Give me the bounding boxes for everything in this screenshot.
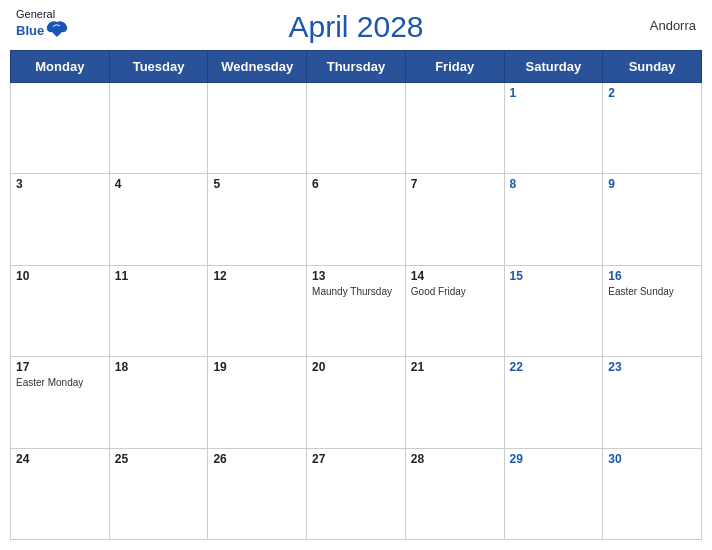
calendar-cell: 11 bbox=[109, 265, 208, 356]
calendar-cell: 26 bbox=[208, 448, 307, 539]
day-number: 12 bbox=[213, 269, 301, 283]
calendar-cell: 29 bbox=[504, 448, 603, 539]
calendar-cell: 15 bbox=[504, 265, 603, 356]
day-number: 6 bbox=[312, 177, 400, 191]
calendar-cell: 1 bbox=[504, 83, 603, 174]
day-number: 20 bbox=[312, 360, 400, 374]
week-row-5: 24252627282930 bbox=[11, 448, 702, 539]
calendar-cell: 20 bbox=[307, 357, 406, 448]
header-tuesday: Tuesday bbox=[109, 51, 208, 83]
day-number: 8 bbox=[510, 177, 598, 191]
day-number: 28 bbox=[411, 452, 499, 466]
day-number: 24 bbox=[16, 452, 104, 466]
day-number: 1 bbox=[510, 86, 598, 100]
week-row-4: 17Easter Monday181920212223 bbox=[11, 357, 702, 448]
day-number: 14 bbox=[411, 269, 499, 283]
header-saturday: Saturday bbox=[504, 51, 603, 83]
day-number: 25 bbox=[115, 452, 203, 466]
holiday-label: Maundy Thursday bbox=[312, 285, 400, 298]
calendar-cell: 13Maundy Thursday bbox=[307, 265, 406, 356]
holiday-label: Easter Sunday bbox=[608, 285, 696, 298]
day-number: 26 bbox=[213, 452, 301, 466]
page: General Blue April 2028 Andorra Monday bbox=[0, 0, 712, 550]
day-number: 11 bbox=[115, 269, 203, 283]
week-row-2: 3456789 bbox=[11, 174, 702, 265]
header-friday: Friday bbox=[405, 51, 504, 83]
week-row-1: 12 bbox=[11, 83, 702, 174]
calendar-cell: 14Good Friday bbox=[405, 265, 504, 356]
day-number: 7 bbox=[411, 177, 499, 191]
calendar-cell: 21 bbox=[405, 357, 504, 448]
calendar-cell bbox=[11, 83, 110, 174]
holiday-label: Good Friday bbox=[411, 285, 499, 298]
calendar-cell: 18 bbox=[109, 357, 208, 448]
logo-general: General bbox=[16, 8, 68, 20]
logo: General Blue bbox=[16, 8, 68, 38]
day-number: 27 bbox=[312, 452, 400, 466]
day-number: 5 bbox=[213, 177, 301, 191]
calendar-container: Monday Tuesday Wednesday Thursday Friday… bbox=[10, 50, 702, 540]
day-number: 21 bbox=[411, 360, 499, 374]
day-number: 16 bbox=[608, 269, 696, 283]
calendar-cell: 4 bbox=[109, 174, 208, 265]
header-sunday: Sunday bbox=[603, 51, 702, 83]
calendar-cell: 8 bbox=[504, 174, 603, 265]
header-thursday: Thursday bbox=[307, 51, 406, 83]
calendar-cell: 2 bbox=[603, 83, 702, 174]
day-number: 17 bbox=[16, 360, 104, 374]
calendar-cell: 24 bbox=[11, 448, 110, 539]
calendar-cell: 6 bbox=[307, 174, 406, 265]
day-number: 4 bbox=[115, 177, 203, 191]
calendar-cell bbox=[109, 83, 208, 174]
day-number: 30 bbox=[608, 452, 696, 466]
calendar-cell bbox=[307, 83, 406, 174]
calendar-cell: 7 bbox=[405, 174, 504, 265]
logo-blue: Blue bbox=[16, 23, 44, 38]
calendar-title: April 2028 bbox=[288, 10, 423, 44]
calendar-cell: 16Easter Sunday bbox=[603, 265, 702, 356]
logo-bird-icon bbox=[46, 20, 68, 38]
calendar-cell bbox=[208, 83, 307, 174]
day-number: 18 bbox=[115, 360, 203, 374]
calendar-cell: 27 bbox=[307, 448, 406, 539]
calendar-cell: 3 bbox=[11, 174, 110, 265]
day-number: 15 bbox=[510, 269, 598, 283]
calendar-cell: 25 bbox=[109, 448, 208, 539]
calendar-cell: 23 bbox=[603, 357, 702, 448]
day-number: 2 bbox=[608, 86, 696, 100]
region-label: Andorra bbox=[650, 18, 696, 33]
holiday-label: Easter Monday bbox=[16, 376, 104, 389]
header: General Blue April 2028 Andorra bbox=[0, 0, 712, 50]
calendar-cell bbox=[405, 83, 504, 174]
day-number: 19 bbox=[213, 360, 301, 374]
week-row-3: 10111213Maundy Thursday14Good Friday1516… bbox=[11, 265, 702, 356]
day-number: 10 bbox=[16, 269, 104, 283]
calendar-cell: 9 bbox=[603, 174, 702, 265]
weekday-header-row: Monday Tuesday Wednesday Thursday Friday… bbox=[11, 51, 702, 83]
calendar-cell: 5 bbox=[208, 174, 307, 265]
calendar-cell: 10 bbox=[11, 265, 110, 356]
calendar-cell: 30 bbox=[603, 448, 702, 539]
day-number: 13 bbox=[312, 269, 400, 283]
header-wednesday: Wednesday bbox=[208, 51, 307, 83]
header-monday: Monday bbox=[11, 51, 110, 83]
day-number: 22 bbox=[510, 360, 598, 374]
day-number: 9 bbox=[608, 177, 696, 191]
day-number: 3 bbox=[16, 177, 104, 191]
calendar-cell: 17Easter Monday bbox=[11, 357, 110, 448]
calendar-cell: 12 bbox=[208, 265, 307, 356]
day-number: 29 bbox=[510, 452, 598, 466]
calendar-table: Monday Tuesday Wednesday Thursday Friday… bbox=[10, 50, 702, 540]
calendar-cell: 28 bbox=[405, 448, 504, 539]
calendar-cell: 19 bbox=[208, 357, 307, 448]
calendar-cell: 22 bbox=[504, 357, 603, 448]
day-number: 23 bbox=[608, 360, 696, 374]
